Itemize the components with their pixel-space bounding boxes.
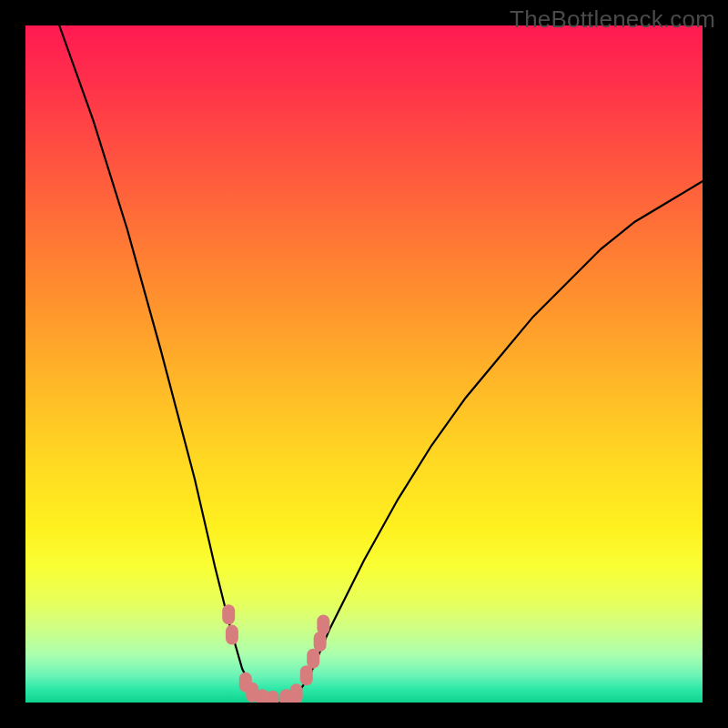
marker-icon — [300, 665, 313, 685]
marker-icon — [314, 632, 327, 652]
marker-icon — [290, 683, 303, 703]
marker-icon — [267, 691, 279, 703]
watermark-text: TheBottleneck.com — [510, 5, 715, 34]
marker-icon — [317, 614, 329, 634]
marker-icon — [307, 649, 319, 669]
marker-icon — [226, 625, 238, 645]
chart-frame: TheBottleneck.com — [0, 0, 728, 728]
marker-icon — [222, 604, 235, 624]
balanced-region-markers — [25, 25, 703, 703]
plot-area — [25, 25, 703, 703]
